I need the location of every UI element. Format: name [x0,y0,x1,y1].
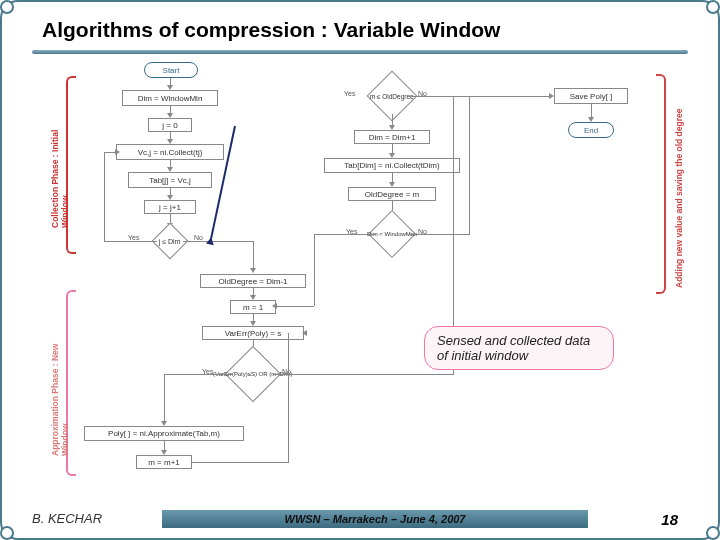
arrow [288,333,289,463]
footer-venue: WWSN – Marrakech – June 4, 2007 [162,510,588,528]
arrow [409,234,469,235]
footer: B. KECHAR WWSN – Marrakech – June 4, 200… [32,504,688,528]
page-title: Algorithms of compression : Variable Win… [42,18,500,42]
callout-sensed-data: Sensed and collected data of initial win… [424,326,614,370]
node-jpp: j = j+1 [144,200,196,214]
slide-frame: Algorithms of compression : Variable Win… [0,0,720,540]
node-vcj: Vc,j = ni.Collect(tj) [116,144,224,160]
arrow [183,241,253,242]
node-start: Start [144,62,198,78]
corner-decor [0,526,14,540]
branch-yes: Yes [344,90,355,97]
arrow [104,241,157,242]
branch-no: No [194,234,203,241]
title-bar: Algorithms of compression : Variable Win… [42,12,678,48]
arrow [164,374,165,422]
arrow [276,306,314,307]
label-approx-phase: Approximation Phase : New Window [50,316,70,456]
footer-page: 18 [661,511,678,528]
arrow [164,374,233,375]
node-end: End [568,122,614,138]
arrow [314,234,315,306]
arrow [104,152,105,242]
decision-text: m ≤ OldDegree [370,93,414,100]
arrow-head [250,268,256,273]
node-oldm: OldDegree = m [348,187,436,201]
bracket-adding [656,74,666,294]
arrow-head [272,303,277,309]
corner-decor [0,0,14,14]
node-m1: m = 1 [230,300,276,314]
node-j0: j = 0 [148,118,192,132]
corner-decor [706,0,720,14]
arrow [273,374,453,375]
branch-yes: Yes [128,234,139,241]
node-dimpp: Dim = Dim+1 [354,130,430,144]
node-tabj: Tab[j] = Vc,j [128,172,212,188]
label-collection-phase: Collection Phase : Initial Window [50,108,70,228]
node-dim-init: Dim = WindowMin [122,90,218,106]
arrow [591,104,592,118]
arrow [469,96,470,235]
title-underline [32,50,688,54]
node-olddegree: OldDegree = Dim-1 [200,274,306,288]
decision-text: j ≤ Dim [159,237,181,244]
arrow [192,462,288,463]
arrow-head [302,330,307,336]
arrow-head [115,149,120,155]
node-tabdim: Tab[Dim] = ni.Collect(tDim) [324,158,460,173]
node-approx: Poly[ ] = ni.Approximate(Tab,m) [84,426,244,441]
arrow [253,241,254,269]
node-mpp: m = m+1 [136,455,192,469]
label-adding-value: Adding new value and saving the old degr… [674,88,684,288]
node-save: Save Poly[ ] [554,88,628,104]
footer-author: B. KECHAR [32,511,102,526]
arrow [410,96,550,97]
corner-decor [706,526,720,540]
arrow [314,234,375,235]
flowchart: Collection Phase : Initial Window Approx… [44,58,680,494]
